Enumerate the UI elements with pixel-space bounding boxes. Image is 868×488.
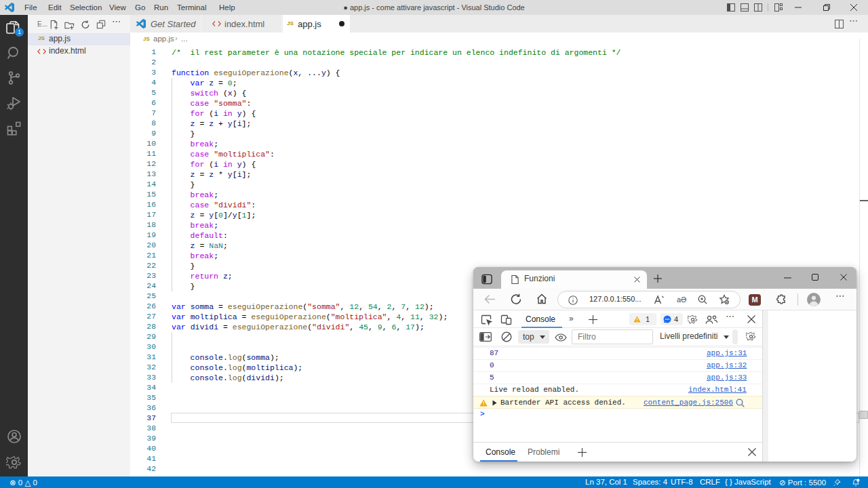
svg-text:aӘ: aӘ bbox=[677, 296, 686, 304]
